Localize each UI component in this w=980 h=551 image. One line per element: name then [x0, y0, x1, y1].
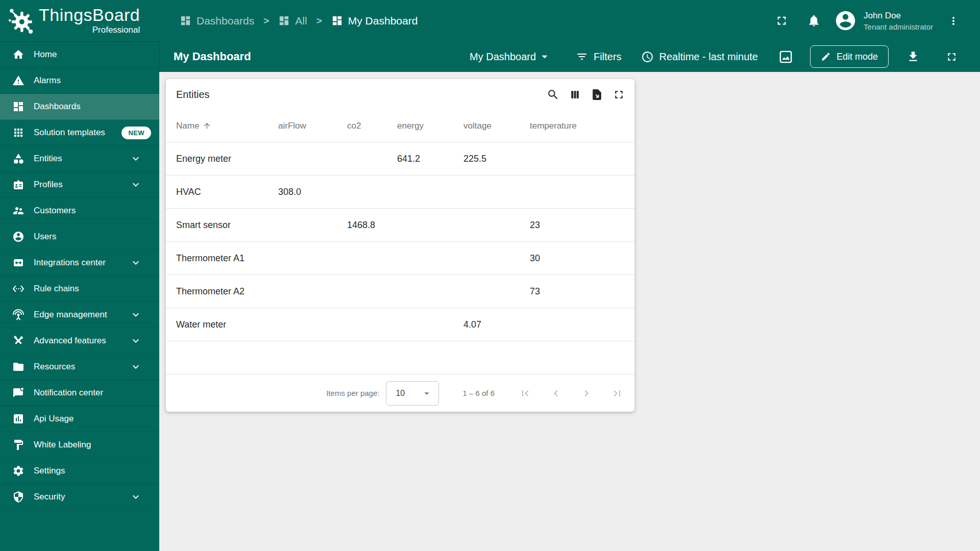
sidebar-item-rule-chains[interactable]: Rule chains [0, 276, 159, 302]
new-badge: NEW [121, 127, 151, 139]
sidebar-item-edge-management[interactable]: Edge management [0, 302, 159, 328]
sidebar-item-resources[interactable]: Resources [0, 354, 159, 380]
chevron-down-icon [130, 361, 142, 373]
column-header-temperature[interactable]: temperature [530, 121, 624, 131]
caret-down-icon [538, 50, 551, 63]
chevron-down-icon [130, 257, 142, 269]
widget-title: Entities [176, 89, 210, 101]
timewindow-button[interactable]: Realtime - last minute [641, 51, 758, 63]
app-edition: Professional [39, 25, 140, 35]
person-icon [12, 231, 24, 243]
column-header-co2[interactable]: co2 [347, 121, 397, 131]
home-icon [12, 48, 24, 61]
filter-icon [576, 51, 588, 63]
sidebar-item-alarms[interactable]: Alarms [0, 68, 159, 94]
cell-name: Thermometer A2 [176, 286, 278, 297]
edit-mode-button[interactable]: Edit mode [810, 45, 889, 68]
sidebar-item-solution-templates[interactable]: Solution templates NEW [0, 120, 159, 146]
cell-name: HVAC [176, 187, 278, 197]
cell-temperature: 73 [530, 286, 624, 297]
dashboard-state-select[interactable]: My Dashboard [470, 50, 551, 63]
cell-name: Energy meter [176, 154, 278, 164]
breadcrumb-separator: > [314, 15, 324, 27]
table-empty-space [166, 341, 634, 374]
widget-header: Entities [166, 79, 634, 110]
column-header-energy[interactable]: energy [397, 121, 463, 131]
sidebar-item-security[interactable]: Security [0, 484, 159, 510]
breadcrumb-all[interactable]: All [278, 15, 307, 27]
dashboards-icon [278, 15, 290, 27]
column-header-airflow[interactable]: airFlow [278, 121, 347, 131]
chevron-down-icon [130, 491, 142, 503]
cell-name: Smart sensor [176, 220, 278, 231]
breadcrumb-my-dashboard[interactable]: My Dashboard [331, 15, 418, 27]
sidebar-item-users[interactable]: Users [0, 224, 159, 250]
gear-icon [12, 465, 24, 477]
table-row[interactable]: HVAC 308.0 [166, 176, 634, 209]
sidebar-item-entities[interactable]: Entities [0, 146, 159, 172]
sidebar-item-dashboards[interactable]: Dashboards [0, 94, 159, 120]
cell-name: Water meter [176, 319, 278, 330]
category-icon [12, 153, 24, 165]
sidebar-menu: Home Alarms Dashboards Solution template… [0, 41, 159, 510]
items-per-page-select[interactable]: 10 [386, 381, 439, 406]
chevron-down-icon [130, 153, 142, 165]
previous-page-icon[interactable] [550, 387, 562, 399]
user-info: John Doe Tenant administrator [864, 11, 933, 31]
next-page-icon[interactable] [580, 387, 593, 399]
last-page-icon[interactable] [611, 387, 623, 399]
breadcrumb-separator: > [261, 15, 271, 27]
paint-roller-icon [12, 439, 24, 451]
search-icon[interactable] [547, 88, 559, 101]
chart-box-icon [12, 413, 24, 425]
cell-voltage: 225.5 [463, 154, 530, 164]
logo[interactable]: ThingsBoard Professional [0, 0, 159, 41]
sidebar-item-home[interactable]: Home [0, 42, 159, 68]
table-row[interactable]: Energy meter 641.2 225.5 [166, 142, 634, 176]
breadcrumb-dashboards[interactable]: Dashboards [180, 15, 254, 27]
table-row[interactable]: Water meter 4.07 [166, 308, 634, 341]
avatar[interactable] [834, 9, 857, 32]
more-vert-icon[interactable] [947, 15, 960, 27]
apps-icon [12, 127, 24, 139]
expand-icon[interactable] [612, 88, 625, 101]
column-header-voltage[interactable]: voltage [463, 121, 530, 131]
view-columns-icon[interactable] [569, 88, 581, 101]
sidebar: ThingsBoard Professional Home Alarms Das… [0, 0, 159, 551]
fullscreen-icon[interactable] [945, 51, 958, 63]
user-role: Tenant administrator [864, 22, 933, 31]
download-icon[interactable] [906, 50, 920, 63]
badge-icon [12, 179, 24, 191]
sort-asc-icon [203, 121, 211, 130]
fullscreen-icon[interactable] [775, 14, 789, 28]
dashboards-icon [331, 15, 343, 27]
sidebar-item-api-usage[interactable]: Api Usage [0, 406, 159, 432]
folder-icon [12, 361, 24, 373]
sidebar-item-integrations-center[interactable]: Integrations center [0, 250, 159, 276]
integration-icon [12, 257, 24, 269]
cell-airflow: 308.0 [278, 187, 347, 197]
notifications-bell-icon[interactable] [807, 14, 821, 28]
sidebar-item-advanced-features[interactable]: Advanced features [0, 328, 159, 354]
first-page-icon[interactable] [519, 387, 531, 399]
table-row[interactable]: Thermometer A2 73 [166, 275, 634, 308]
column-header-name[interactable]: Name [176, 121, 278, 131]
sidebar-item-profiles[interactable]: Profiles [0, 172, 159, 198]
breadcrumb: Dashboards > All > My Dashboard [180, 15, 418, 27]
table-row[interactable]: Smart sensor 1468.8 23 [166, 209, 634, 242]
filters-button[interactable]: Filters [576, 51, 621, 63]
sidebar-item-settings[interactable]: Settings [0, 458, 159, 484]
export-file-icon[interactable] [591, 88, 603, 101]
cell-energy: 641.2 [397, 154, 463, 164]
sidebar-item-notification-center[interactable]: Notification center [0, 380, 159, 406]
tools-icon [12, 335, 24, 347]
people-icon [12, 205, 24, 217]
cell-voltage: 4.07 [463, 319, 530, 330]
dashboard-image-icon[interactable] [778, 49, 793, 64]
table-row[interactable]: Thermometer A1 30 [166, 242, 634, 275]
dashboard-content: Entities Name airFlow co2 energy voltage… [159, 72, 980, 551]
sidebar-item-customers[interactable]: Customers [0, 198, 159, 224]
cell-temperature: 30 [530, 253, 624, 264]
sidebar-item-white-labeling[interactable]: White Labeling [0, 432, 159, 458]
cell-temperature: 23 [530, 220, 624, 231]
